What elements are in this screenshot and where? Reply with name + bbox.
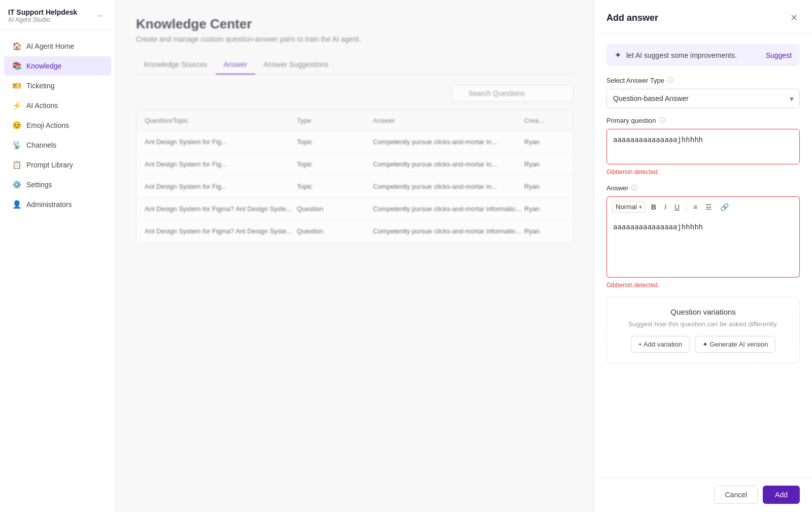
cancel-button[interactable]: Cancel <box>714 486 758 504</box>
tab-answer-suggestions[interactable]: Answer Suggestions <box>255 55 336 75</box>
table-row[interactable]: Ant Design System for Figma? Ant Design … <box>137 220 573 242</box>
table-header: Question/Topic Type Answer Crea... <box>137 111 573 131</box>
cell-question: Ant Design System for Fig... <box>145 160 297 168</box>
add-button[interactable]: Add <box>763 486 800 504</box>
tab-knowledge-sources[interactable]: Knowledge Sources <box>136 55 216 75</box>
sidebar-item-label: AI Agent Home <box>26 42 74 50</box>
emoji-actions-icon: 😊 <box>12 121 21 130</box>
col-created: Crea... <box>524 117 565 124</box>
page-subtitle: Create and manage custom question-answer… <box>136 35 573 43</box>
cell-created: Ryan <box>524 205 565 213</box>
panel-title: Add answer <box>606 13 658 23</box>
ai-suggest-text: let AI suggest some improvements. <box>626 51 737 59</box>
cell-question: Ant Design System for Figma? Ant Design … <box>145 205 297 213</box>
cell-answer: Competently pursue clicks-and-mortar in.… <box>373 160 524 168</box>
answer-type-select[interactable]: Question-based Answer <box>606 89 800 108</box>
home-icon: 🏠 <box>12 42 21 51</box>
primary-question-group: Primary question ⓘ aaaaaaaaaaaaaaajhhhhh… <box>606 116 800 176</box>
generate-ai-button[interactable]: ✦ Generate AI version <box>695 336 776 353</box>
page-title: Knowledge Center <box>136 16 573 32</box>
table-row[interactable]: Ant Design System for Fig... Topic Compe… <box>137 131 573 153</box>
sidebar-brand: IT Support Helpdesk AI Agent Studio <box>8 8 77 23</box>
close-button[interactable]: ✕ <box>788 10 800 25</box>
ordered-list-button[interactable]: ≡ <box>691 201 700 213</box>
primary-question-info-icon[interactable]: ⓘ <box>659 116 665 125</box>
answer-format-select[interactable]: Normal ▾ <box>612 201 646 213</box>
sparkle-icon: ✦ <box>615 50 621 60</box>
link-button[interactable]: 🔗 <box>718 201 731 213</box>
ticketing-icon: 🎫 <box>12 81 21 90</box>
search-input[interactable] <box>452 85 573 102</box>
sidebar-item-ticketing[interactable]: 🎫 Ticketing <box>4 76 111 95</box>
ai-actions-icon: ⚡ <box>12 101 21 110</box>
suggest-button[interactable]: Suggest <box>766 51 792 59</box>
search-bar: 🔍 <box>136 85 573 102</box>
underline-button[interactable]: U <box>672 201 682 213</box>
ai-suggest-left: ✦ let AI suggest some improvements. <box>615 50 737 60</box>
app-name: IT Support Helpdesk <box>8 8 77 16</box>
cell-created: Ryan <box>524 138 565 146</box>
col-answer: Answer <box>373 117 524 124</box>
sidebar-item-label: Prompt Library <box>26 161 73 169</box>
answer-section: Answer ⓘ Normal ▾ B I U ≡ ☰ 🔗 aaaaaaaaaa… <box>606 184 800 289</box>
answer-textarea[interactable]: aaaaaaaaaaaaaaajhhhhh <box>606 217 800 278</box>
add-answer-panel: Add answer ✕ ✦ let AI suggest some impro… <box>594 0 812 512</box>
tabs: Knowledge Sources Answer Answer Suggesti… <box>136 55 573 75</box>
sidebar-item-label: Administrators <box>26 200 72 209</box>
sidebar-item-ai-agent-home[interactable]: 🏠 AI Agent Home <box>4 37 111 56</box>
questions-table: Question/Topic Type Answer Crea... Ant D… <box>136 110 573 243</box>
sidebar-item-channels[interactable]: 📡 Channels <box>4 135 111 155</box>
settings-icon: ⚙️ <box>12 180 21 189</box>
answer-type-select-wrapper: Question-based Answer <box>606 89 800 108</box>
variations-actions: + Add variation ✦ Generate AI version <box>617 336 789 353</box>
italic-button[interactable]: I <box>662 201 669 213</box>
sidebar-item-emoji-actions[interactable]: 😊 Emoji Actions <box>4 116 111 135</box>
prompt-library-icon: 📋 <box>12 160 21 169</box>
table-row[interactable]: Ant Design System for Fig... Topic Compe… <box>137 153 573 176</box>
search-wrap: 🔍 <box>452 85 573 102</box>
sidebar-header: IT Support Helpdesk AI Agent Studio ← <box>0 0 115 30</box>
info-icon[interactable]: ⓘ <box>667 76 673 85</box>
answer-toolbar: Normal ▾ B I U ≡ ☰ 🔗 <box>606 196 800 217</box>
cell-type: Question <box>297 227 373 235</box>
table-row[interactable]: Ant Design System for Figma? Ant Design … <box>137 198 573 220</box>
add-variation-button[interactable]: + Add variation <box>631 336 690 353</box>
cell-type: Question <box>297 205 373 213</box>
bold-button[interactable]: B <box>649 201 659 213</box>
col-question: Question/Topic <box>145 117 297 124</box>
panel-body: ✦ let AI suggest some improvements. Sugg… <box>594 34 812 477</box>
sidebar-item-settings[interactable]: ⚙️ Settings <box>4 175 111 194</box>
variations-subtitle: Suggest how this question can be asked d… <box>617 320 789 328</box>
sidebar-collapse-button[interactable]: ← <box>95 9 107 22</box>
cell-answer: Competently pursue clicks-and-mortar inf… <box>373 227 524 235</box>
sidebar-item-prompt-library[interactable]: 📋 Prompt Library <box>4 155 111 175</box>
channels-icon: 📡 <box>12 141 21 150</box>
cell-created: Ryan <box>524 227 565 235</box>
knowledge-icon: 📚 <box>12 61 21 71</box>
cell-question: Ant Design System for Fig... <box>145 138 297 146</box>
cell-created: Ryan <box>524 183 565 190</box>
sidebar-nav: 🏠 AI Agent Home 📚 Knowledge 🎫 Ticketing … <box>0 30 115 512</box>
unordered-list-button[interactable]: ☰ <box>703 201 715 213</box>
ai-suggest-bar: ✦ let AI suggest some improvements. Sugg… <box>606 44 800 66</box>
sidebar-item-knowledge[interactable]: 📚 Knowledge <box>4 56 111 76</box>
sidebar-item-administrators[interactable]: 👤 Administrators <box>4 195 111 214</box>
answer-info-icon[interactable]: ⓘ <box>631 184 637 192</box>
cell-answer: Competently pursue clicks-and-mortar in.… <box>373 183 524 190</box>
answer-type-group: Select Answer Type ⓘ Question-based Answ… <box>606 76 800 108</box>
tab-answer[interactable]: Answer <box>216 55 256 75</box>
cell-answer: Competently pursue clicks-and-mortar in.… <box>373 138 524 146</box>
sidebar-item-label: Emoji Actions <box>26 121 69 129</box>
sidebar-item-label: Ticketing <box>26 82 55 90</box>
sidebar-item-label: Channels <box>26 141 56 149</box>
cell-type: Topic <box>297 138 373 146</box>
main-inner: Knowledge Center Create and manage custo… <box>116 0 594 512</box>
panel-header: Add answer ✕ <box>594 0 812 34</box>
answer-label: Answer ⓘ <box>606 184 800 192</box>
table-row[interactable]: Ant Design System for Fig... Topic Compe… <box>137 176 573 198</box>
main-content: Knowledge Center Create and manage custo… <box>116 0 594 512</box>
primary-question-input[interactable]: aaaaaaaaaaaaaaajhhhhh <box>606 129 800 164</box>
cell-type: Topic <box>297 160 373 168</box>
sidebar-item-ai-actions[interactable]: ⚡ AI Actions <box>4 96 111 115</box>
cell-type: Topic <box>297 183 373 190</box>
